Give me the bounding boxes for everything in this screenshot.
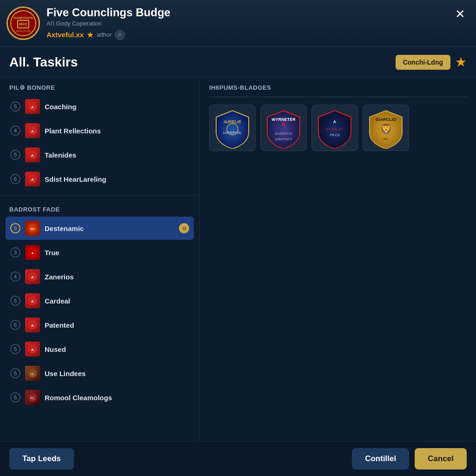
- item-logo: A: [25, 269, 40, 284]
- list-item[interactable]: 6 A Sdist HearLareling: [6, 167, 194, 191]
- item-logo: A: [25, 293, 40, 308]
- svg-text:A: A: [333, 119, 337, 124]
- item-name: Talenides: [45, 151, 189, 159]
- item-rank: 5: [10, 101, 20, 112]
- svg-text:A: A: [31, 299, 34, 304]
- author-label: aithor: [97, 31, 112, 38]
- item-rank: 5: [10, 344, 20, 354]
- list-item[interactable]: 3 ● True: [6, 241, 194, 264]
- team-logo: HANEISSON HFC IADILITURS: [7, 7, 40, 40]
- favorite-star-button[interactable]: ★: [455, 54, 467, 70]
- header-subtitle: Al'l Gody Coperation: [46, 20, 468, 27]
- list-item[interactable]: 4 A Plant Rellections: [6, 119, 194, 142]
- badges-header: IH6PUMS-BLADGES: [209, 84, 467, 91]
- item-rank: 5: [10, 296, 20, 306]
- header: HANEISSON HFC IADILITURS Five Counclings…: [0, 0, 476, 47]
- badge-item[interactable]: WYRNETER A ELVERTON SHEFPECT: [260, 105, 307, 151]
- item-name: Destenamic: [45, 225, 174, 232]
- item-coin-icon: ⊙: [179, 223, 189, 233]
- item-logo: A: [25, 99, 40, 114]
- section1-list: 5 A Coaching 4 A Plant Rellections: [0, 95, 199, 191]
- two-column-layout: PIL⚙ BONORE 5 A Coaching 4 A: [0, 78, 476, 441]
- section2: BADROST FADE 9 DC Destenamic ⊙: [0, 199, 199, 441]
- badge-item[interactable]: A LKANLJU PR.CS: [311, 105, 358, 151]
- svg-text:A: A: [31, 105, 34, 109]
- section1-header: PIL⚙ BONORE: [0, 78, 199, 95]
- item-logo: DC: [25, 221, 40, 236]
- item-name: Sdist HearLareling: [45, 175, 189, 183]
- item-name: Cardeal: [45, 297, 189, 305]
- svg-text:●: ●: [32, 251, 34, 255]
- close-button[interactable]: ✕: [453, 7, 468, 21]
- svg-text:A: A: [31, 275, 34, 279]
- item-logo: A: [25, 147, 40, 162]
- section-actions: Conchi-Ldng ★: [396, 54, 467, 70]
- header-meta: Axtveful.xx ★ aithor ⊙: [46, 30, 468, 40]
- conchi-button[interactable]: Conchi-Ldng: [396, 55, 450, 70]
- item-name: Coaching: [45, 103, 189, 111]
- item-logo: A: [25, 123, 40, 138]
- svg-text:A: A: [31, 129, 34, 133]
- item-rank: 6: [10, 174, 20, 184]
- list-item[interactable]: 9 DC Destenamic ⊙: [6, 217, 194, 240]
- list-item[interactable]: 5 A Cardeal: [6, 289, 194, 312]
- star-icon: ★: [86, 30, 94, 40]
- section2-scroll[interactable]: 9 DC Destenamic ⊙ 3 ●: [0, 217, 199, 441]
- svg-text:RC: RC: [30, 397, 35, 400]
- item-logo: A: [25, 172, 40, 186]
- svg-text:HANEISSON: HANEISSON: [13, 16, 33, 20]
- footer-right-buttons: Contillel Cancel: [352, 448, 467, 469]
- content-area: PIL⚙ BONORE 5 A Coaching 4 A: [0, 78, 476, 441]
- list-item[interactable]: 4 A Zanerios: [6, 265, 194, 288]
- item-name: Nused: [45, 345, 189, 353]
- item-name: Romool Cleamologs: [45, 394, 189, 402]
- list-item[interactable]: 6 A Patented: [6, 313, 194, 337]
- item-name: Use Lindees: [45, 370, 189, 377]
- svg-text:A: A: [31, 324, 34, 328]
- svg-text:🦁: 🦁: [380, 123, 393, 135]
- header-text: Five Counclings Budge Al'l Gody Coperati…: [46, 7, 468, 40]
- list-item[interactable]: 5 A Nused: [6, 337, 194, 361]
- svg-text:PR.CS: PR.CS: [330, 133, 340, 137]
- item-logo: RC: [25, 390, 40, 405]
- svg-text:GIARCLIO: GIARCLIO: [376, 117, 396, 122]
- divider: [0, 195, 199, 196]
- left-panel: PIL⚙ BONORE 5 A Coaching 4 A: [0, 78, 200, 441]
- header-title: Five Counclings Budge: [46, 7, 468, 19]
- item-rank: 5: [10, 150, 20, 160]
- badge-item[interactable]: GIARCLIO 🦁 FC: [363, 105, 409, 151]
- svg-text:ELVERTON: ELVERTON: [275, 132, 292, 135]
- modal-container: HANEISSON HFC IADILITURS Five Counclings…: [0, 0, 476, 476]
- section2-header: BADROST FADE: [0, 199, 199, 217]
- item-rank: 4: [10, 271, 20, 282]
- badges-grid: 4URELIE LIVERPOOL: [209, 105, 467, 151]
- item-rank: 4: [10, 126, 20, 136]
- right-panel: IH6PUMS-BLADGES: [200, 78, 476, 441]
- contillel-button[interactable]: Contillel: [352, 448, 409, 469]
- section1: PIL⚙ BONORE 5 A Coaching 4 A: [0, 78, 199, 192]
- svg-text:LKANLJU: LKANLJU: [326, 127, 343, 131]
- username: Axtveful.xx: [46, 31, 84, 39]
- svg-text:A: A: [31, 153, 34, 158]
- item-name: True: [45, 249, 189, 257]
- cancel-button[interactable]: Cancel: [415, 448, 467, 469]
- item-logo: ●: [25, 245, 40, 260]
- list-item[interactable]: 5 A Coaching: [6, 95, 194, 118]
- svg-text:A: A: [31, 178, 34, 182]
- svg-text:DC: DC: [30, 227, 35, 231]
- svg-text:LIVERPOOL: LIVERPOOL: [223, 131, 242, 134]
- item-logo: UL: [25, 366, 40, 381]
- svg-text:A: A: [31, 348, 34, 352]
- section-title-bar: All. Taskirs Conchi-Ldng ★: [0, 47, 476, 78]
- list-item[interactable]: 5 UL Use Lindees: [6, 362, 194, 385]
- list-item[interactable]: 5 RC Romool Cleamologs: [6, 386, 194, 409]
- item-rank: 3: [10, 247, 20, 258]
- tap-leeds-button[interactable]: Tap Leeds: [9, 448, 74, 469]
- badge-item[interactable]: 4URELIE LIVERPOOL: [209, 105, 256, 151]
- item-name: Patented: [45, 321, 189, 329]
- item-rank: 9: [10, 223, 20, 233]
- section-title: All. Taskirs: [9, 55, 78, 70]
- list-item[interactable]: 5 A Talenides: [6, 143, 194, 166]
- item-rank: 6: [10, 320, 20, 330]
- svg-text:HFC: HFC: [19, 22, 28, 26]
